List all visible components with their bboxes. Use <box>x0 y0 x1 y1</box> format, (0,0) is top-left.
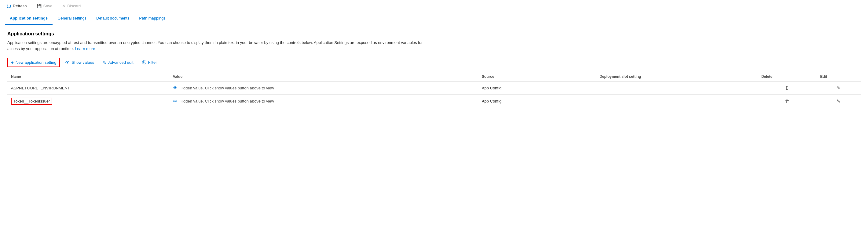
trash-icon: 🗑 <box>785 99 789 104</box>
col-header-edit: Edit <box>817 72 861 81</box>
setting-name-highlighted: Token__TokenIssuer <box>11 98 52 105</box>
setting-value: 👁Hidden value. Click show values button … <box>169 95 478 108</box>
refresh-label: Refresh <box>13 4 27 8</box>
save-button[interactable]: 💾 Save <box>35 2 54 9</box>
setting-deployment-slot <box>596 81 758 95</box>
delete-button[interactable]: 🗑 <box>783 85 791 91</box>
show-values-button[interactable]: 👁 Show values <box>62 59 97 67</box>
application-settings-table: Name Value Source Deployment slot settin… <box>7 72 861 108</box>
col-header-delete: Delete <box>758 72 817 81</box>
col-header-deployment: Deployment slot setting <box>596 72 758 81</box>
edit-pencil-icon: ✎ <box>837 85 840 90</box>
table-header-row: Name Value Source Deployment slot settin… <box>7 72 861 81</box>
section-description: Application settings are encrypted at re… <box>7 40 435 52</box>
edit-button[interactable]: ✎ <box>835 85 842 91</box>
edit-button[interactable]: ✎ <box>835 98 842 105</box>
delete-button[interactable]: 🗑 <box>783 98 791 105</box>
col-header-source: Source <box>478 72 596 81</box>
save-label: Save <box>43 4 53 8</box>
refresh-button[interactable]: Refresh <box>5 2 29 9</box>
new-application-setting-button[interactable]: + New application setting <box>7 58 60 67</box>
tabs-bar: Application settings General settings De… <box>0 12 868 25</box>
learn-more-link[interactable]: Learn more <box>75 46 95 51</box>
filter-icon: Ⓗ <box>142 60 146 65</box>
tab-default-documents[interactable]: Default documents <box>91 12 134 25</box>
discard-icon: ✕ <box>62 4 65 8</box>
tab-path-mappings[interactable]: Path mappings <box>134 12 170 25</box>
hidden-eye-icon: 👁 <box>173 99 177 104</box>
save-icon: 💾 <box>37 4 41 8</box>
edit-pencil-icon: ✎ <box>837 99 840 104</box>
setting-source: App Config <box>478 81 596 95</box>
setting-deployment-slot <box>596 95 758 108</box>
setting-value: 👁Hidden value. Click show values button … <box>169 81 478 95</box>
hidden-value-text: Hidden value. Click show values button a… <box>180 99 274 103</box>
col-header-name: Name <box>7 72 169 81</box>
pencil-icon: ✎ <box>103 60 106 65</box>
hidden-value-text: Hidden value. Click show values button a… <box>180 86 274 90</box>
action-bar: + New application setting 👁 Show values … <box>7 58 861 67</box>
page-title: Application settings <box>7 31 861 37</box>
tab-application-settings[interactable]: Application settings <box>5 12 53 25</box>
table-row: ASPNETCORE_ENVIRONMENT👁Hidden value. Cli… <box>7 81 861 95</box>
trash-icon: 🗑 <box>785 85 789 90</box>
discard-label: Discard <box>67 4 81 8</box>
filter-button[interactable]: Ⓗ Filter <box>139 58 160 67</box>
setting-source: App Config <box>478 95 596 108</box>
tab-general-settings[interactable]: General settings <box>53 12 91 25</box>
col-header-value: Value <box>169 72 478 81</box>
advanced-edit-button[interactable]: ✎ Advanced edit <box>100 59 136 67</box>
main-content: Application settings Application setting… <box>0 25 868 114</box>
plus-icon: + <box>11 60 14 65</box>
discard-button[interactable]: ✕ Discard <box>60 2 83 9</box>
setting-name: ASPNETCORE_ENVIRONMENT <box>7 81 169 95</box>
refresh-icon <box>7 4 11 8</box>
eye-icon: 👁 <box>65 60 70 65</box>
hidden-eye-icon: 👁 <box>173 86 177 90</box>
table-row: Token__TokenIssuer👁Hidden value. Click s… <box>7 95 861 108</box>
toolbar: Refresh 💾 Save ✕ Discard <box>0 0 868 12</box>
